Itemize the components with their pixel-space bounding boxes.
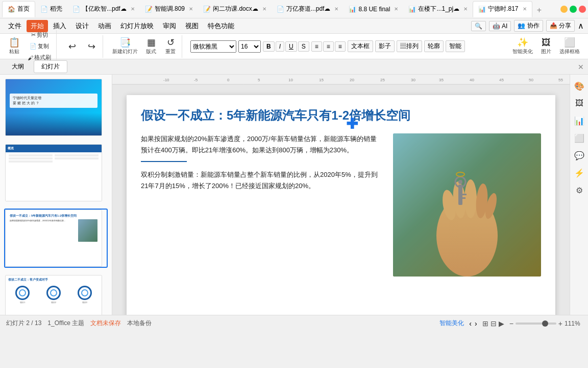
slide-thumbnail-1[interactable]: 1 宁德时代天量定增要 赌 把 大 的 ？	[4, 78, 108, 137]
tab-doc5-close[interactable]: ✕	[394, 6, 398, 12]
tab-doc3-label: 闲二功课.docx☁	[213, 5, 258, 13]
menu-review[interactable]: 审阅	[159, 20, 180, 32]
tab-doc4[interactable]: 📄 万亿赛道...pdf☁ ✕	[272, 1, 344, 17]
arrange-button[interactable]: ▤排列	[397, 40, 422, 52]
nav-prev-button[interactable]: ‹	[469, 319, 472, 328]
font-family-select[interactable]: 微软雅黑	[190, 40, 236, 53]
align-center-button[interactable]: ≡	[323, 41, 334, 52]
zoom-out-button[interactable]: −	[509, 319, 513, 328]
status-right: 智能美化 ‹ › ⊞ ⊟ ▶ − + 111%	[439, 319, 582, 328]
slide-thumbnail-4[interactable]: 4 假设二不成立：客户变成对手 项目1	[4, 274, 108, 315]
tab-doc1-label: 【亿欧智...pdf☁	[82, 5, 127, 13]
select-all-button[interactable]: ⬜ 选择框格	[556, 35, 583, 58]
tab-doc6[interactable]: 📊 在楼下...1_pj☁ ✕	[403, 1, 473, 17]
slide-thumbnail-2[interactable]: 2 概览	[4, 143, 108, 202]
menu-design[interactable]: 设计	[71, 20, 93, 32]
share-button[interactable]: 📤 分享	[546, 20, 575, 32]
menu-animation[interactable]: 动画	[94, 20, 115, 32]
outline-button[interactable]: 轮廓	[424, 40, 444, 52]
tab-doc6-close[interactable]: ✕	[463, 6, 468, 12]
paste-button[interactable]: 📋 粘贴	[5, 35, 23, 58]
search-button[interactable]: 🔍	[471, 21, 486, 31]
slide-thumbnail-3[interactable]: 3 假设一不成立：5年新能源汽车只有1-2倍增长空间 如果按国家规划的20%新车…	[4, 209, 108, 268]
nav-next-button[interactable]: ›	[475, 319, 477, 328]
zoom-percent[interactable]: 111%	[565, 320, 582, 327]
ai-button[interactable]: 🤖 AI	[489, 21, 511, 31]
shadow-button[interactable]: 影子	[375, 40, 395, 52]
close-panel-button[interactable]: ✕	[578, 63, 584, 71]
menu-slideshow[interactable]: 幻灯片放映	[116, 20, 158, 32]
slide-paragraph-2[interactable]: 双积分制刺激销量：新能源车销量占整个新车销量的比例，从2020年5%，提升到21…	[141, 169, 383, 192]
strikethrough-button[interactable]: S	[298, 41, 309, 52]
tab-doc2-close[interactable]: ✕	[189, 6, 193, 12]
right-panel-btn-2[interactable]: 🖼	[572, 96, 586, 110]
right-panel-btn-5[interactable]: 💬	[572, 148, 586, 163]
backup-status[interactable]: 本地备份	[127, 319, 152, 328]
new-slide-button[interactable]: 📑 新建幻灯片	[109, 35, 141, 58]
slide-title[interactable]: 假设一不成立：5年新能源汽车只有1-2倍增长空间	[127, 95, 555, 128]
collab-button[interactable]: 👥 协作	[514, 20, 543, 32]
undo-button[interactable]: ↩	[63, 35, 81, 58]
tab-doc7-close[interactable]: ✕	[523, 6, 527, 12]
close-button[interactable]	[579, 6, 586, 13]
tab-doc5[interactable]: 📊 8.8 UE final ✕	[344, 1, 403, 17]
slide-divider	[141, 161, 187, 162]
right-panel-btn-1[interactable]: 🎨	[572, 79, 586, 93]
slide-info: 幻灯片 2 / 13	[6, 319, 41, 328]
tab-draft[interactable]: 📄 稻壳	[35, 1, 67, 17]
svg-text:5: 5	[258, 78, 260, 82]
zoom-in-button[interactable]: +	[558, 319, 562, 328]
cut-button[interactable]: ✂ 剪切	[24, 30, 54, 40]
svg-text:50: 50	[529, 78, 533, 82]
smart-beautify-button[interactable]: ✨ 智能美化	[509, 35, 536, 58]
slide-paragraph-1[interactable]: 如果按国家规划的20%新车渗透度，2000万/年新车销量估算，新能源车辆的销量预…	[141, 133, 383, 156]
tab-home[interactable]: 🏠 首页	[2, 1, 35, 17]
smart-button[interactable]: 智能	[446, 40, 465, 52]
smart-label[interactable]: 智能美化	[439, 319, 464, 328]
tab-doc3[interactable]: 📝 闲二功课.docx☁ ✕	[198, 1, 272, 17]
zoom-slider[interactable]	[516, 323, 556, 325]
layout-button[interactable]: ▦ 版式	[142, 35, 160, 58]
add-tab-button[interactable]: +	[532, 3, 547, 17]
tab-doc1-close[interactable]: ✕	[131, 6, 135, 12]
minimize-button[interactable]	[560, 6, 568, 13]
view-normal-button[interactable]: ⊞	[482, 319, 488, 328]
tab-slides[interactable]: 幻灯片	[34, 60, 67, 73]
textbox-button[interactable]: 文本框	[348, 40, 373, 52]
menu-special[interactable]: 特色功能	[204, 20, 238, 32]
doc1-icon: 📄	[72, 6, 80, 13]
tab-outline[interactable]: 大纲	[4, 60, 32, 73]
font-size-select[interactable]: 16	[238, 40, 261, 53]
tab-doc2[interactable]: 📝 智能调.809 ✕	[140, 1, 198, 17]
right-panel-btn-3[interactable]: 📊	[572, 113, 586, 128]
reset-button[interactable]: ↺ 重置	[161, 35, 180, 58]
tab-doc7[interactable]: 📊 宁德时.817 ✕	[473, 1, 532, 17]
svg-text:-10: -10	[163, 78, 169, 82]
format-toolbar: 微软雅黑 16 B I U S ≡ ≡ ≡ 文本框 影子 ▤排列 轮廓 智能	[186, 40, 503, 53]
copy-button[interactable]: 📄 复制	[24, 41, 54, 52]
maximize-button[interactable]	[570, 6, 577, 13]
view-presenter-button[interactable]: ▶	[499, 319, 504, 328]
right-panel-btn-7[interactable]: ⚙	[572, 183, 586, 197]
tab-doc4-close[interactable]: ✕	[334, 6, 338, 12]
view-grid-button[interactable]: ⊟	[491, 319, 497, 328]
slide-group: 📑 新建幻灯片 ▦ 版式 ↺ 重置	[107, 35, 182, 58]
italic-button[interactable]: I	[276, 41, 284, 52]
image-button[interactable]: 🖼 图片	[537, 35, 555, 58]
doc5-icon: 📊	[349, 6, 356, 13]
svg-text:30: 30	[411, 78, 415, 82]
add-content-button[interactable]: ✚	[346, 116, 358, 132]
underline-button[interactable]: U	[285, 41, 297, 52]
window-controls	[560, 6, 586, 13]
expand-button[interactable]: ∧	[578, 21, 584, 31]
tab-bar: 🏠 首页 📄 稻壳 📄 【亿欧智...pdf☁ ✕ 📝 智能调.809 ✕ 📝 …	[2, 1, 560, 17]
menu-view[interactable]: 视图	[181, 20, 203, 32]
tab-doc1[interactable]: 📄 【亿欧智...pdf☁ ✕	[67, 1, 140, 17]
align-left-button[interactable]: ≡	[311, 41, 322, 52]
right-panel-btn-6[interactable]: ⚡	[572, 166, 586, 180]
tab-doc3-close[interactable]: ✕	[262, 6, 266, 12]
align-right-button[interactable]: ≡	[335, 41, 346, 52]
redo-button[interactable]: ↪	[82, 35, 101, 58]
bold-button[interactable]: B	[263, 41, 275, 52]
right-panel-btn-4[interactable]: ⬜	[572, 131, 586, 145]
